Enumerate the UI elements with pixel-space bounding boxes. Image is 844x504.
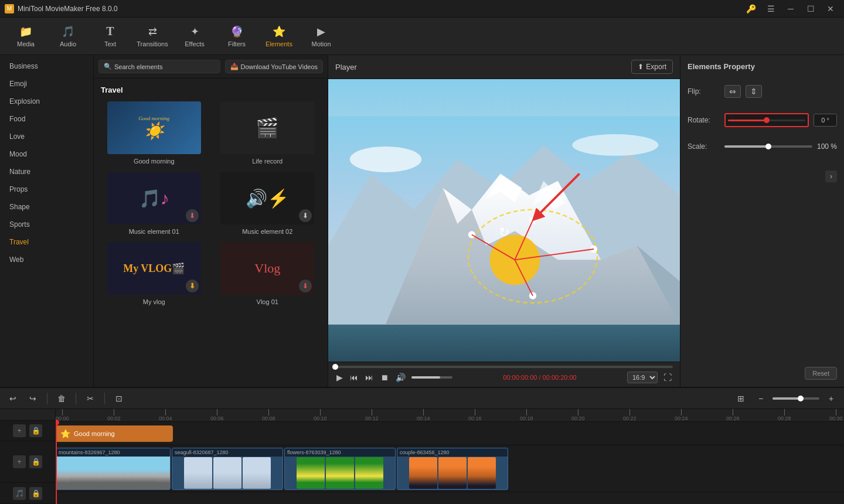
search-placeholder-text: Search elements	[114, 63, 163, 70]
transitions-icon: ⇄	[148, 25, 157, 38]
rotate-slider[interactable]	[724, 113, 809, 127]
aspect-ratio-select[interactable]: 16:9 9:16 1:1 4:3	[627, 372, 658, 383]
sidebar-item-travel[interactable]: Travel	[0, 233, 93, 251]
toolbar-elements[interactable]: ⭐ Elements	[258, 20, 300, 53]
element-music-01[interactable]: 🎵♪ ⬇ Music element 01	[101, 172, 207, 235]
element-vlog-01[interactable]: Vlog ⬇ Vlog 01	[215, 242, 321, 305]
minimize-button[interactable]: ─	[782, 0, 799, 18]
toolbar-effects[interactable]: ✦ Effects	[173, 20, 216, 53]
toolbar-separator-2	[76, 393, 76, 404]
timeline-tracks[interactable]: 00:00 00:02 00:04 00:06 00:08 00:10 00:1…	[56, 409, 844, 504]
prev-frame-button[interactable]: ⏮	[349, 372, 359, 383]
sidebar-item-web[interactable]: Web	[0, 251, 93, 268]
sidebar-item-mood[interactable]: Mood	[0, 145, 93, 163]
element-good-morning[interactable]: Good morning ☀️ Good morning	[101, 101, 207, 165]
element-life-record[interactable]: 🎬 Life record	[215, 101, 321, 165]
download-overlay-music02: ⬇	[299, 209, 312, 222]
player-header: Player ⬆ Export	[328, 55, 680, 79]
element-music-02[interactable]: 🔊⚡ ⬇ Music element 02	[215, 172, 321, 235]
toolbar-transitions-label: Transitions	[137, 40, 168, 47]
delete-button[interactable]: 🗑	[53, 391, 70, 406]
toolbar: 📁 Media 🎵 Audio T Text ⇄ Transitions ✦ E…	[0, 18, 844, 55]
ruler-mark-30: 00:30	[829, 409, 843, 421]
track-controls: + 🔒 + 🔒 🎵 🔒	[0, 409, 56, 504]
add-element-button[interactable]: +	[13, 424, 26, 437]
video-clip-seagull[interactable]: seagull-8320687_1280	[172, 448, 283, 490]
zoom-handle[interactable]	[798, 396, 804, 401]
fullscreen-button[interactable]: ⛶	[662, 372, 673, 383]
svg-point-11	[468, 231, 475, 238]
zoom-plus-button[interactable]: +	[823, 391, 839, 406]
clip-label-flowers: flowers-8763039_1280	[285, 448, 395, 457]
zoom-minus-button[interactable]: −	[753, 391, 769, 406]
menu-button[interactable]: ☰	[762, 0, 780, 18]
clip-thumb-couple	[397, 457, 508, 489]
crop-button[interactable]: ⊡	[111, 391, 127, 406]
motion-icon: ▶	[317, 25, 325, 38]
search-elements-box[interactable]: 🔍 Search elements	[98, 60, 220, 73]
toolbar-text-label: Text	[104, 40, 116, 47]
toolbar-filters[interactable]: 🔮 Filters	[216, 20, 258, 53]
element-my-vlog[interactable]: My VLOG🎬 ⬇ My vlog	[101, 242, 207, 305]
scale-handle[interactable]	[765, 144, 771, 149]
element-track-controls: + 🔒	[0, 421, 55, 442]
rotate-thumb[interactable]	[764, 117, 770, 123]
video-clip-couple[interactable]: couple-863456_1280	[397, 448, 508, 490]
ruler-mark-10: 00:10	[314, 409, 327, 421]
sidebar-item-explosion[interactable]: Explosion	[0, 93, 93, 110]
sidebar-item-nature[interactable]: Nature	[0, 163, 93, 181]
flip-vertical-button[interactable]: ⇕	[746, 85, 762, 98]
sidebar-item-shape[interactable]: Shape	[0, 198, 93, 216]
element-clip-good-morning[interactable]: ⭐ Good morning	[56, 425, 173, 442]
redo-button[interactable]: ↪	[25, 391, 41, 406]
next-frame-button[interactable]: ⏭	[364, 372, 375, 383]
element-name-music-01: Music element 01	[129, 228, 179, 235]
progress-bar[interactable]	[335, 366, 673, 368]
stop-button[interactable]: ⏹	[379, 372, 390, 383]
key-button[interactable]: 🔑	[742, 0, 760, 18]
element-name-music-02: Music element 02	[242, 228, 292, 235]
volume-slider[interactable]	[411, 376, 452, 379]
sidebar-item-sports[interactable]: Sports	[0, 216, 93, 233]
sidebar: Business Emoji Explosion Food Love Mood …	[0, 55, 94, 387]
close-button[interactable]: ✕	[822, 0, 839, 18]
video-clip-mountains[interactable]: mountains-8326967_1280	[56, 448, 171, 490]
play-button[interactable]: ▶	[335, 372, 344, 383]
progress-handle[interactable]	[332, 364, 338, 370]
toolbar-transitions[interactable]: ⇄ Transitions	[131, 20, 173, 53]
toolbar-media[interactable]: 📁 Media	[5, 20, 47, 53]
toolbar-motion[interactable]: ▶ Motion	[300, 20, 342, 53]
lock-video-button[interactable]: 🔒	[29, 455, 42, 468]
lock-element-button[interactable]: 🔒	[29, 424, 42, 437]
ruler-mark-18: 00:18	[520, 409, 533, 421]
scale-slider[interactable]	[724, 145, 812, 148]
sidebar-item-emoji[interactable]: Emoji	[0, 75, 93, 93]
lock-audio-button[interactable]: 🔒	[29, 487, 42, 500]
svg-point-6	[350, 147, 421, 172]
sidebar-item-food[interactable]: Food	[0, 110, 93, 128]
download-youtube-btn[interactable]: 📥 Download YouTube Videos	[225, 60, 324, 73]
expand-tracks-button[interactable]: ⊞	[733, 391, 749, 406]
video-clip-flowers[interactable]: flowers-8763039_1280	[284, 448, 396, 490]
clip-thumb-mountains	[56, 457, 170, 489]
toolbar-text[interactable]: T Text	[89, 20, 131, 53]
export-button[interactable]: ⬆ Export	[631, 60, 673, 74]
ruler-mark-6: 00:06	[210, 409, 224, 421]
reset-button[interactable]: Reset	[805, 367, 837, 380]
expand-button[interactable]: ›	[825, 171, 837, 182]
toolbar-audio[interactable]: 🎵 Audio	[47, 20, 89, 53]
download-overlay-myvlog: ⬇	[186, 280, 199, 292]
toolbar-separator-1	[47, 393, 47, 404]
undo-button[interactable]: ↩	[5, 391, 21, 406]
element-track: ⭐ Good morning	[56, 422, 844, 445]
cut-button[interactable]: ✂	[82, 391, 98, 406]
flip-horizontal-button[interactable]: ⇔	[724, 85, 741, 98]
volume-button[interactable]: 🔊	[394, 372, 407, 383]
sidebar-item-props[interactable]: Props	[0, 181, 93, 198]
add-video-button[interactable]: +	[13, 455, 26, 468]
sidebar-item-love[interactable]: Love	[0, 128, 93, 145]
maximize-button[interactable]: ☐	[802, 0, 819, 18]
zoom-slider[interactable]	[772, 397, 819, 400]
sidebar-item-business[interactable]: Business	[0, 57, 93, 75]
audio-icon: 🎵	[62, 25, 74, 38]
